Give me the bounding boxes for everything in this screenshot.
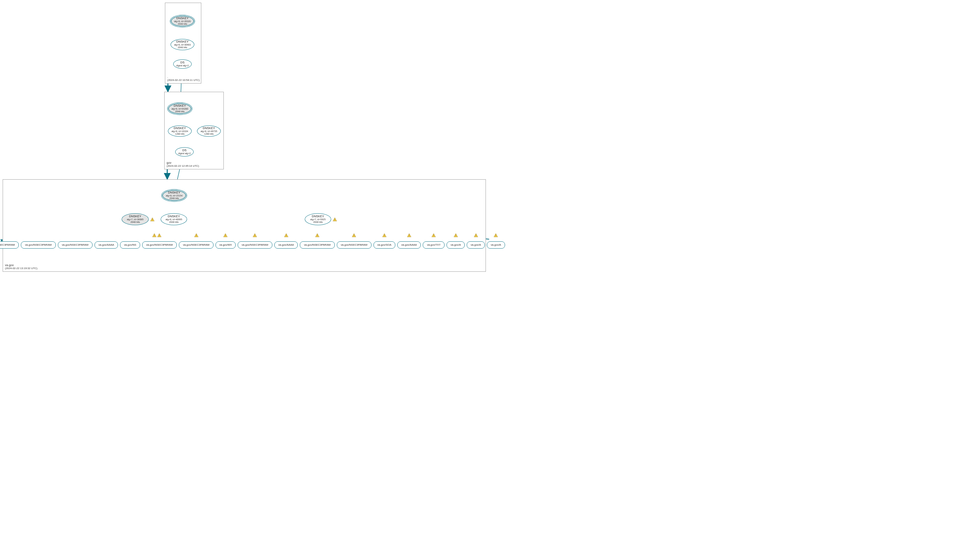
rrset-box: va.gov/AAAA xyxy=(94,241,118,249)
rrset-box: va.gov/NS xyxy=(120,241,140,249)
rrset-label: va.gov/A xyxy=(451,244,461,247)
rrset-label: va.gov/NSEC3PARAM xyxy=(146,244,173,247)
rrset-box: va.gov/TXT xyxy=(423,241,445,249)
va-ksk-node: DNSKEY alg=8, id=15154 2048 bits xyxy=(161,189,187,202)
gov-zsk2-node: DNSKEY alg=8, id=49735 1280 bits xyxy=(197,125,221,137)
rrset-label: va.gov/MX xyxy=(219,244,232,247)
zone-vagov-label: va.gov (2024-02-22 13:19:32 UTC) xyxy=(5,264,37,270)
zone-gov-label: gov (2024-02-22 12:45:14 UTC) xyxy=(166,161,199,168)
rrset-label: va.gov/AAAA xyxy=(278,244,294,247)
root-ksk-node: DNSKEY alg=8, id=20326 2048 bits xyxy=(170,15,195,28)
va-dnskey-alg7a-node: DNSKEY alg=7, id=36085 2048 bits xyxy=(122,213,149,225)
va-zsk-node: DNSKEY alg=8, id=40995 2048 bits xyxy=(161,213,187,225)
gov-ds-node: DS digest alg=2 xyxy=(175,147,194,156)
root-ds-node: DS digest alg=2 xyxy=(173,59,192,69)
rrset-label: va.gov/A xyxy=(471,244,481,247)
rrset-box: va.gov/MX xyxy=(216,241,236,249)
rrset-box: va.gov/NSEC3PARAM xyxy=(337,241,372,249)
rrset-box: va.gov/NSEC3PARAM xyxy=(142,241,177,249)
va-dnskey-alg7b-node: DNSKEY alg=7, id=5925 2048 bits xyxy=(305,213,331,225)
root-zsk-node: DNSKEY alg=8, id=30903 2048 bits xyxy=(171,39,194,50)
rrset-label: va.gov/NSEC3PARAM xyxy=(62,244,88,247)
rrset-box: va.gov/NSEC3PARAM xyxy=(179,241,214,249)
rrset-box: va.gov/A xyxy=(467,241,485,249)
rrset-label: va.gov/NS xyxy=(124,244,136,247)
rrset-label: va.gov/TXT xyxy=(427,244,441,247)
diagram-canvas: . (2024-02-22 10:54:11 UTC) gov (2024-02… xyxy=(0,0,489,279)
rrset-label: va.gov/AAAA xyxy=(99,244,114,247)
rrset-label: va.gov/NSEC3PARAM xyxy=(341,244,367,247)
rrset-label: va.gov/NSEC3PARAM xyxy=(183,244,209,247)
rrset-label: va.gov/NSEC3PARAM xyxy=(242,244,268,247)
rrset-box: va.gov/NSEC3PARAM xyxy=(300,241,334,249)
rrset-box: va.gov/NSEC3PARAM xyxy=(0,241,19,249)
rrset-label: va.gov/AAAA xyxy=(401,244,417,247)
warning-icon xyxy=(494,233,498,238)
rrset-box: va.gov/NSEC3PARAM xyxy=(238,241,272,249)
rrset-box: va.gov/SOA xyxy=(374,241,395,249)
rrset-box: va.gov/AAAA xyxy=(397,241,421,249)
rrset-label: va.gov/NSEC3PARAM xyxy=(0,244,15,247)
gov-ksk-node: DNSKEY alg=8, id=64280 2048 bits xyxy=(167,102,193,115)
zone-vagov-box: va.gov (2024-02-22 13:19:32 UTC) xyxy=(3,179,486,272)
rrset-label: va.gov/A xyxy=(491,244,501,247)
rrset-box: va.gov/A xyxy=(487,241,505,249)
rrset-label: va.gov/SOA xyxy=(377,244,391,247)
gov-zsk-node: DNSKEY alg=8, id=10104 1280 bits xyxy=(168,125,192,137)
zone-root-label: . (2024-02-22 10:54:11 UTC) xyxy=(167,75,199,82)
rrset-box: va.gov/NSEC3PARAM xyxy=(58,241,92,249)
rrset-box: va.gov/A xyxy=(446,241,465,249)
rrset-label: va.gov/NSEC3PARAM xyxy=(25,244,51,247)
rrset-label: va.gov/NSEC3PARAM xyxy=(304,244,331,247)
rrset-box: va.gov/NSEC3PARAM xyxy=(21,241,56,249)
rrset-box: va.gov/AAAA xyxy=(274,241,298,249)
